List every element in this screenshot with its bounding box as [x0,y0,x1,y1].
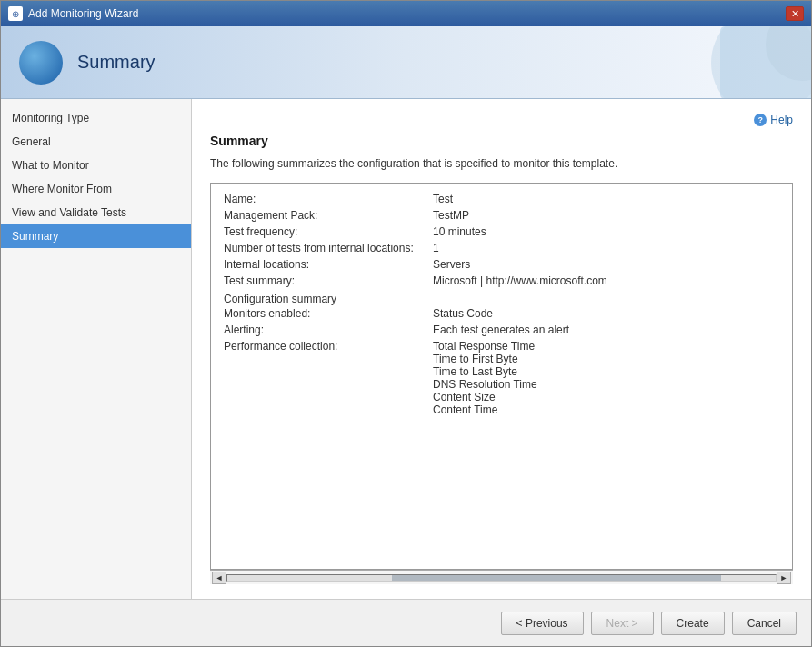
summary-row-management-pack: Management Pack: TestMP [224,209,779,222]
value-test-frequency: 10 minutes [433,225,486,238]
value-test-summary: Microsoft | http://www.microsoft.com [433,274,607,287]
title-bar: ⊕ Add Monitoring Wizard ✕ [1,1,811,26]
help-icon: ? [754,114,767,126]
cancel-button[interactable]: Cancel [732,612,797,635]
summary-row-name: Name: Test [224,193,779,205]
perf-value-2: Time to First Byte [433,353,537,365]
perf-value-3: Time to Last Byte [433,365,537,378]
window-title: Add Monitoring Wizard [28,7,786,20]
header-banner: Summary [1,26,811,99]
main-panel: ? Help Summary The following summarizes … [192,99,811,599]
label-management-pack: Management Pack: [224,209,433,222]
summary-row-num-tests: Number of tests from internal locations:… [224,242,779,254]
value-num-tests: 1 [433,242,439,254]
summary-row-alerting: Alerting: Each test generates an alert [224,324,779,336]
footer: < Previous Next > Create Cancel [1,599,811,646]
value-alerting: Each test generates an alert [433,324,569,336]
perf-value-1: Total Response Time [433,340,537,353]
close-button[interactable]: ✕ [786,6,804,21]
section-title: Summary [210,134,793,148]
summary-row-test-summary: Test summary: Microsoft | http://www.mic… [224,274,779,287]
label-alerting: Alerting: [224,324,433,336]
sidebar-item-general[interactable]: General [1,130,191,154]
previous-button[interactable]: < Previous [501,612,584,635]
sidebar-item-view-validate-tests[interactable]: View and Validate Tests [1,201,191,224]
summary-row-monitors-enabled: Monitors enabled: Status Code [224,307,779,320]
help-link[interactable]: ? Help [754,114,793,126]
header-icon [19,41,63,85]
label-test-frequency: Test frequency: [224,225,433,238]
value-internal-locations: Servers [433,258,470,271]
help-row: ? Help [210,114,793,126]
summary-row-internal-locations: Internal locations: Servers [224,258,779,271]
perf-value-4: DNS Resolution Time [433,378,537,391]
horizontal-scrollbar[interactable]: ◄ ► [210,570,793,584]
scroll-left-btn[interactable]: ◄ [212,572,226,584]
value-name: Test [433,193,453,205]
summary-box[interactable]: Name: Test Management Pack: TestMP Test … [210,183,793,570]
label-internal-locations: Internal locations: [224,258,433,271]
scroll-right-btn[interactable]: ► [777,572,791,584]
create-button[interactable]: Create [661,612,725,635]
scrollbar-thumb[interactable] [392,575,721,581]
main-window: ⊕ Add Monitoring Wizard ✕ Summary Monito… [0,0,812,647]
content-area: Monitoring Type General What to Monitor … [1,99,811,599]
sidebar: Monitoring Type General What to Monitor … [1,99,192,599]
scrollbar-track[interactable] [226,574,777,582]
value-management-pack: TestMP [433,209,469,222]
value-monitors-enabled: Status Code [433,307,493,320]
summary-row-config-header: Configuration summary [224,293,779,305]
sidebar-item-summary[interactable]: Summary [1,224,191,248]
next-button[interactable]: Next > [591,612,654,635]
value-perf-collection: Total Response Time Time to First Byte T… [433,340,537,416]
sidebar-item-what-to-monitor[interactable]: What to Monitor [1,154,191,177]
sidebar-item-monitoring-type[interactable]: Monitoring Type [1,106,191,130]
label-perf-collection: Performance collection: [224,340,433,353]
header-decoration [629,26,811,99]
summary-row-perf-collection: Performance collection: Total Response T… [224,340,779,416]
label-test-summary: Test summary: [224,274,433,287]
label-num-tests: Number of tests from internal locations: [224,242,433,254]
description-text: The following summarizes the configurati… [210,157,793,170]
summary-table: Name: Test Management Pack: TestMP Test … [211,184,792,429]
perf-value-5: Content Size [433,391,537,403]
label-config-summary: Configuration summary [224,293,433,305]
summary-row-test-frequency: Test frequency: 10 minutes [224,225,779,238]
perf-value-6: Content Time [433,403,537,416]
sidebar-item-where-monitor-from[interactable]: Where Monitor From [1,177,191,201]
help-label: Help [770,114,793,126]
label-name: Name: [224,193,433,205]
header-title: Summary [77,52,155,73]
window-icon: ⊕ [8,6,23,21]
label-monitors-enabled: Monitors enabled: [224,307,433,320]
